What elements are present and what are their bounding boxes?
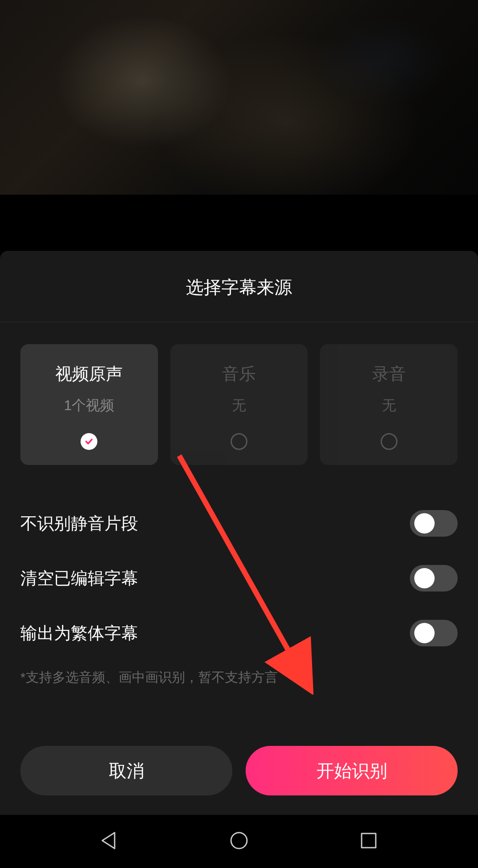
option-label: 清空已编辑字幕 [20, 567, 138, 590]
radio-checked-icon [81, 433, 97, 450]
svg-rect-4 [362, 833, 376, 848]
system-nav-bar [0, 815, 478, 868]
source-card-recording[interactable]: 录音 无 [320, 344, 458, 465]
source-card-subtitle: 无 [382, 396, 396, 415]
source-cards-row: 视频原声 1个视频 音乐 无 录音 无 [0, 322, 478, 478]
source-card-subtitle: 无 [232, 396, 246, 415]
video-preview-area [0, 0, 478, 204]
option-label: 输出为繁体字幕 [20, 622, 138, 645]
nav-home-icon[interactable] [228, 830, 250, 853]
toggle-knob [414, 623, 435, 643]
toggle-clear-edited[interactable] [410, 565, 458, 591]
toggle-knob [414, 513, 435, 534]
nav-recent-icon[interactable] [358, 830, 379, 853]
svg-point-3 [231, 833, 247, 849]
toggle-knob [414, 568, 435, 588]
toggle-skip-silence[interactable] [410, 510, 458, 537]
start-recognition-button[interactable]: 开始识别 [246, 746, 458, 795]
option-label: 不识别静音片段 [20, 512, 138, 535]
radio-unchecked-icon [381, 433, 397, 450]
source-card-video-original[interactable]: 视频原声 1个视频 [20, 344, 158, 465]
toggle-traditional-output[interactable] [410, 620, 458, 646]
option-row-traditional-output: 输出为繁体字幕 [20, 606, 458, 661]
source-card-subtitle: 1个视频 [64, 396, 114, 415]
subtitle-source-sheet: 选择字幕来源 视频原声 1个视频 音乐 无 录音 无 不识别静音片段 [0, 251, 478, 815]
source-card-title: 录音 [372, 363, 406, 385]
cancel-button-label: 取消 [109, 759, 144, 783]
start-button-label: 开始识别 [316, 759, 387, 783]
sheet-title: 选择字幕来源 [0, 251, 478, 322]
source-card-music[interactable]: 音乐 无 [170, 344, 308, 465]
option-row-clear-edited: 清空已编辑字幕 [20, 551, 458, 606]
radio-unchecked-icon [231, 433, 247, 450]
footer-buttons: 取消 开始识别 [20, 746, 458, 795]
cancel-button[interactable]: 取消 [20, 746, 232, 795]
source-card-title: 音乐 [222, 363, 256, 385]
hint-text: *支持多选音频、画中画识别，暂不支持方言 [0, 661, 478, 687]
source-card-title: 视频原声 [55, 363, 123, 385]
option-row-skip-silence: 不识别静音片段 [20, 496, 458, 551]
options-list: 不识别静音片段 清空已编辑字幕 输出为繁体字幕 [0, 478, 478, 661]
nav-back-icon[interactable] [99, 830, 120, 853]
svg-marker-2 [102, 833, 115, 849]
